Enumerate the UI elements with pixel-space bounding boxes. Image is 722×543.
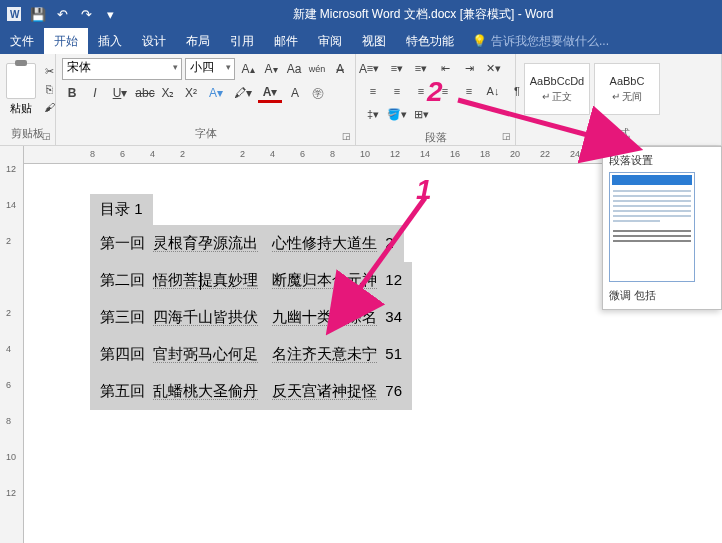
word-icon: W	[6, 6, 22, 22]
svg-text:W: W	[10, 9, 20, 20]
align-center-icon[interactable]: ≡	[386, 81, 408, 101]
dialog-preview-icon	[609, 172, 695, 282]
italic-button[interactable]: I	[85, 83, 105, 103]
clear-formatting-icon[interactable]: A̶	[330, 59, 350, 79]
tab-home[interactable]: 开始	[44, 28, 88, 54]
text-cursor	[200, 272, 201, 290]
change-case-icon[interactable]: Aa	[284, 59, 304, 79]
tab-layout[interactable]: 布局	[176, 28, 220, 54]
toc-line[interactable]: 第三回四海千山皆拱伏 九幽十类尽除名 34	[90, 299, 412, 336]
align-left-icon[interactable]: ≡	[362, 81, 384, 101]
annotation-1: 1	[416, 174, 432, 206]
paragraph-launcher-icon[interactable]: ◲	[500, 130, 512, 142]
window-title: 新建 Microsoft Word 文档.docx [兼容模式] - Word	[124, 6, 722, 23]
tab-insert[interactable]: 插入	[88, 28, 132, 54]
font-name-select[interactable]: 宋体	[62, 58, 182, 80]
save-icon[interactable]: 💾	[30, 6, 46, 22]
numbering-icon[interactable]: ≡▾	[386, 58, 408, 78]
font-color-icon[interactable]: A▾	[258, 83, 282, 103]
tab-design[interactable]: 设计	[132, 28, 176, 54]
group-styles-label: 样式	[516, 124, 721, 145]
tab-mailings[interactable]: 邮件	[264, 28, 308, 54]
toc-line[interactable]: 第一回灵根育孕源流出 心性修持大道生 2	[90, 225, 404, 262]
multilevel-icon[interactable]: ≡▾	[410, 58, 432, 78]
toc-line[interactable]: 第二回悟彻菩提真妙理 断魔归本合元神 12	[90, 262, 412, 299]
line-spacing-icon[interactable]: ‡▾	[362, 104, 384, 124]
style-nospacing[interactable]: AaBbC ↵ 无间	[594, 63, 660, 115]
tab-view[interactable]: 视图	[352, 28, 396, 54]
clipboard-launcher-icon[interactable]: ◲	[40, 130, 52, 142]
highlight-icon[interactable]: 🖍▾	[231, 83, 255, 103]
distributed-icon[interactable]: ≡	[458, 81, 480, 101]
superscript-button[interactable]: X²	[181, 83, 201, 103]
paste-button[interactable]: 粘贴	[6, 63, 36, 116]
toc-title[interactable]: 目录 1	[90, 194, 153, 225]
bullets-icon[interactable]: ≡▾	[362, 58, 384, 78]
vertical-ruler[interactable]: 1214224681012	[0, 146, 24, 543]
asian-layout-icon[interactable]: ✕▾	[482, 58, 504, 78]
paragraph-settings-tooltip: 段落设置 微调 包括	[602, 146, 722, 310]
subscript-button[interactable]: X₂	[158, 83, 178, 103]
toc-line[interactable]: 第四回官封弼马心何足 名注齐天意未宁 51	[90, 336, 412, 373]
font-launcher-icon[interactable]: ◲	[340, 130, 352, 142]
tab-review[interactable]: 审阅	[308, 28, 352, 54]
tab-special[interactable]: 特色功能	[396, 28, 464, 54]
clipboard-icon	[6, 63, 36, 99]
increase-indent-icon[interactable]: ⇥	[458, 58, 480, 78]
char-shading-icon[interactable]: A	[285, 83, 305, 103]
phonetic-guide-icon[interactable]: wén	[307, 59, 327, 79]
underline-button[interactable]: U▾	[108, 83, 132, 103]
text-effects-icon[interactable]: A▾	[204, 83, 228, 103]
tell-me[interactable]: 💡告诉我您想要做什么...	[472, 33, 609, 50]
redo-icon[interactable]: ↷	[78, 6, 94, 22]
undo-icon[interactable]: ↶	[54, 6, 70, 22]
sort-icon[interactable]: A↓	[482, 81, 504, 101]
annotation-2: 2	[427, 76, 443, 108]
toc-line[interactable]: 第五回乱蟠桃大圣偷丹 反天宫诸神捉怪 76	[90, 373, 412, 410]
tab-references[interactable]: 引用	[220, 28, 264, 54]
strikethrough-button[interactable]: abc	[135, 83, 155, 103]
enclose-char-icon[interactable]: ㊫	[308, 83, 328, 103]
bold-button[interactable]: B	[62, 83, 82, 103]
decrease-indent-icon[interactable]: ⇤	[434, 58, 456, 78]
shading-icon[interactable]: 🪣▾	[386, 104, 408, 124]
ribbon-tabs: 文件 开始 插入 设计 布局 引用 邮件 审阅 视图 特色功能 💡告诉我您想要做…	[0, 28, 722, 54]
qat-customize-icon[interactable]: ▾	[102, 6, 118, 22]
style-normal[interactable]: AaBbCcDd ↵ 正文	[524, 63, 590, 115]
shrink-font-icon[interactable]: A▾	[261, 59, 281, 79]
tab-file[interactable]: 文件	[0, 28, 44, 54]
group-font-label: 字体	[56, 124, 355, 145]
font-size-select[interactable]: 小四	[185, 58, 235, 80]
grow-font-icon[interactable]: A▴	[238, 59, 258, 79]
